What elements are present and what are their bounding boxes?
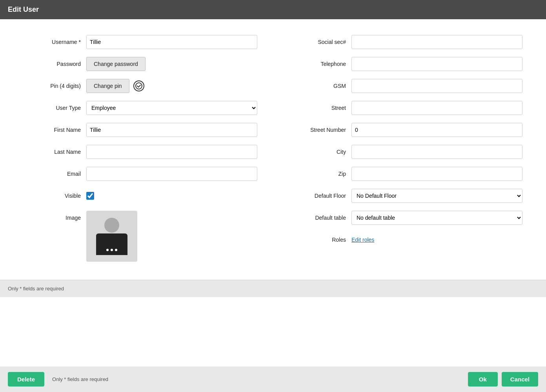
zip-label: Zip — [289, 171, 351, 177]
required-fields-note-2: Only * fields are required — [52, 376, 108, 382]
change-pin-button[interactable]: Change pin — [86, 79, 129, 93]
roles-row: Roles Edit roles — [289, 229, 522, 251]
city-row: City — [289, 141, 522, 163]
first-name-input[interactable] — [86, 123, 257, 137]
zip-row: Zip — [289, 163, 522, 185]
right-column: Social sec# Telephone GSM Street Street … — [273, 31, 522, 264]
telephone-label: Telephone — [289, 61, 351, 67]
user-type-select[interactable]: Employee Manager Admin — [86, 101, 257, 115]
title-bar: Edit User — [0, 0, 546, 19]
default-table-row: Default table No default table — [289, 207, 522, 229]
user-type-row: User Type Employee Manager Admin — [24, 97, 257, 119]
pin-row: Pin (4 digits) Change pin — [24, 75, 257, 97]
last-name-row: Last Name — [24, 141, 257, 163]
avatar-head — [104, 218, 119, 233]
social-sec-input[interactable] — [351, 35, 522, 49]
telephone-row: Telephone — [289, 53, 522, 75]
form-area: Username * Password Change password Pin … — [0, 19, 546, 276]
first-name-label: First Name — [24, 127, 86, 133]
required-fields-note: Only * fields are required — [8, 286, 64, 292]
email-input[interactable] — [86, 167, 257, 181]
pin-controls: Change pin — [86, 79, 144, 93]
street-label: Street — [289, 105, 351, 111]
action-bar-left: Delete Only * fields are required — [8, 372, 108, 387]
footer: Only * fields are required — [0, 280, 546, 297]
street-number-row: Street Number — [289, 119, 522, 141]
default-floor-row: Default Floor No Default Floor — [289, 185, 522, 207]
avatar-dot-3 — [115, 249, 117, 251]
default-table-select[interactable]: No default table — [351, 211, 522, 225]
change-password-button[interactable]: Change password — [86, 57, 146, 71]
avatar-body — [96, 233, 127, 255]
gsm-input[interactable] — [351, 79, 522, 93]
left-column: Username * Password Change password Pin … — [24, 31, 273, 264]
default-floor-label: Default Floor — [289, 193, 351, 199]
user-image — [86, 211, 137, 262]
avatar-dot-2 — [111, 249, 113, 251]
action-bar: Delete Only * fields are required Ok Can… — [0, 366, 546, 392]
pin-check-icon — [133, 80, 144, 91]
last-name-label: Last Name — [24, 149, 86, 155]
avatar-dot-1 — [106, 249, 109, 251]
edit-roles-link[interactable]: Edit roles — [351, 237, 374, 243]
image-row: Image — [24, 207, 257, 264]
social-sec-row: Social sec# — [289, 31, 522, 53]
svg-point-0 — [136, 83, 142, 89]
email-label: Email — [24, 171, 86, 177]
city-input[interactable] — [351, 145, 522, 159]
gsm-row: GSM — [289, 75, 522, 97]
ok-button[interactable]: Ok — [468, 372, 498, 387]
default-table-label: Default table — [289, 215, 351, 221]
roles-label: Roles — [289, 237, 351, 243]
visible-row: Visible — [24, 185, 257, 207]
street-number-label: Street Number — [289, 127, 351, 133]
username-label: Username * — [24, 39, 86, 45]
gsm-label: GSM — [289, 83, 351, 89]
page-title: Edit User — [8, 5, 39, 13]
username-row: Username * — [24, 31, 257, 53]
street-input[interactable] — [351, 101, 522, 115]
social-sec-label: Social sec# — [289, 39, 351, 45]
last-name-input[interactable] — [86, 145, 257, 159]
city-label: City — [289, 149, 351, 155]
delete-button[interactable]: Delete — [8, 372, 44, 387]
first-name-row: First Name — [24, 119, 257, 141]
avatar-dots — [106, 249, 117, 251]
pin-label: Pin (4 digits) — [24, 83, 86, 89]
username-input[interactable] — [86, 35, 257, 49]
visible-checkbox[interactable] — [86, 192, 94, 200]
telephone-input[interactable] — [351, 57, 522, 71]
visible-label: Visible — [24, 193, 86, 199]
default-floor-select[interactable]: No Default Floor — [351, 189, 522, 203]
password-label: Password — [24, 61, 86, 67]
street-row: Street — [289, 97, 522, 119]
image-label: Image — [24, 211, 86, 221]
zip-input[interactable] — [351, 167, 522, 181]
email-row: Email — [24, 163, 257, 185]
person-avatar-icon — [96, 218, 127, 255]
user-type-label: User Type — [24, 105, 86, 111]
street-number-input[interactable] — [351, 123, 522, 137]
cancel-button[interactable]: Cancel — [502, 372, 538, 387]
action-bar-right: Ok Cancel — [468, 372, 538, 387]
password-row: Password Change password — [24, 53, 257, 75]
